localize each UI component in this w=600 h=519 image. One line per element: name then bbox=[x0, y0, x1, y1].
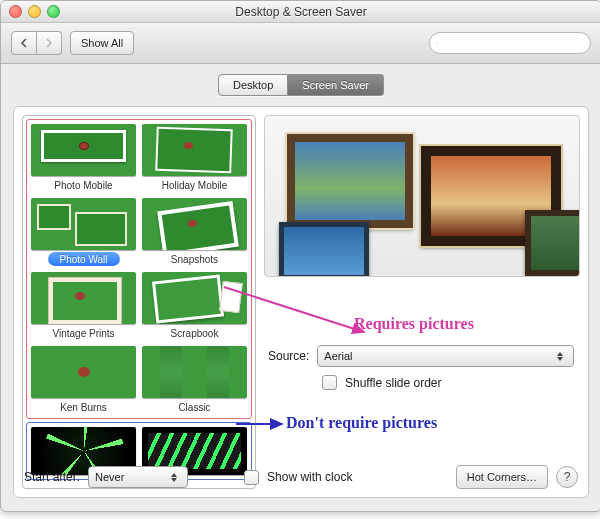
hot-corners-button[interactable]: Hot Corners… bbox=[456, 465, 548, 489]
screensaver-item-scrapbook[interactable]: Scrapbook bbox=[140, 270, 249, 342]
content-panel: Photo Mobile Holiday Mobile Photo Wall S… bbox=[13, 106, 589, 498]
start-after-popup[interactable]: Never bbox=[88, 466, 188, 488]
screensaver-item-holiday-mobile[interactable]: Holiday Mobile bbox=[140, 122, 249, 194]
screensaver-item-photo-wall[interactable]: Photo Wall bbox=[29, 196, 138, 268]
tab-desktop[interactable]: Desktop bbox=[218, 74, 288, 96]
window-title: Desktop & Screen Saver bbox=[1, 5, 600, 19]
bottom-row: Start after: Never Show with clock Hot C… bbox=[24, 465, 578, 489]
screensaver-grid[interactable]: Photo Mobile Holiday Mobile Photo Wall S… bbox=[22, 115, 256, 489]
forward-button[interactable] bbox=[37, 31, 62, 55]
svg-point-0 bbox=[436, 42, 437, 43]
screensaver-item-ken-burns[interactable]: Ken Burns bbox=[29, 344, 138, 416]
help-button[interactable]: ? bbox=[556, 466, 578, 488]
zoom-icon[interactable] bbox=[47, 5, 60, 18]
screensaver-item-snapshots[interactable]: Snapshots bbox=[140, 196, 249, 268]
toolbar: Show All bbox=[1, 23, 600, 64]
traffic-lights bbox=[9, 5, 60, 18]
screensaver-preview[interactable] bbox=[264, 115, 580, 277]
preview-frame bbox=[525, 210, 580, 276]
screensaver-item-vintage-prints[interactable]: Vintage Prints bbox=[29, 270, 138, 342]
screensaver-list-column: Photo Mobile Holiday Mobile Photo Wall S… bbox=[22, 115, 256, 489]
start-after-label: Start after: bbox=[24, 470, 80, 484]
source-label: Source: bbox=[268, 349, 309, 363]
preview-column: Source: Aerial Shuffle slide order bbox=[264, 115, 580, 489]
preview-frame bbox=[287, 134, 413, 228]
screensaver-item-classic[interactable]: Classic bbox=[140, 344, 249, 416]
group-requires-pictures: Photo Mobile Holiday Mobile Photo Wall S… bbox=[26, 119, 252, 419]
preview-frame bbox=[279, 222, 369, 277]
source-row: Source: Aerial bbox=[268, 345, 574, 367]
source-popup[interactable]: Aerial bbox=[317, 345, 574, 367]
chevron-right-icon bbox=[45, 38, 53, 48]
tab-screensaver[interactable]: Screen Saver bbox=[288, 74, 384, 96]
tab-segment: Desktop Screen Saver bbox=[218, 74, 384, 96]
start-after-value: Never bbox=[95, 471, 124, 483]
screensaver-item-photo-mobile[interactable]: Photo Mobile bbox=[29, 122, 138, 194]
chevron-updown-icon bbox=[167, 473, 181, 482]
prefs-window: Desktop & Screen Saver Show All Desktop … bbox=[0, 0, 600, 512]
chevron-left-icon bbox=[20, 38, 28, 48]
nav-segment bbox=[11, 31, 62, 55]
shuffle-label: Shuffle slide order bbox=[345, 376, 442, 390]
close-icon[interactable] bbox=[9, 5, 22, 18]
tab-row: Desktop Screen Saver bbox=[1, 64, 600, 96]
search-input[interactable] bbox=[429, 32, 591, 54]
titlebar: Desktop & Screen Saver bbox=[1, 1, 600, 23]
back-button[interactable] bbox=[11, 31, 37, 55]
minimize-icon[interactable] bbox=[28, 5, 41, 18]
show-clock-label: Show with clock bbox=[267, 470, 352, 484]
shuffle-row: Shuffle slide order bbox=[268, 375, 574, 390]
source-value: Aerial bbox=[324, 350, 352, 362]
shuffle-checkbox[interactable] bbox=[322, 375, 337, 390]
chevron-updown-icon bbox=[553, 352, 567, 361]
search-field[interactable] bbox=[442, 36, 584, 50]
search-icon bbox=[436, 37, 438, 49]
show-all-button[interactable]: Show All bbox=[70, 31, 134, 55]
show-clock-checkbox[interactable] bbox=[244, 470, 259, 485]
